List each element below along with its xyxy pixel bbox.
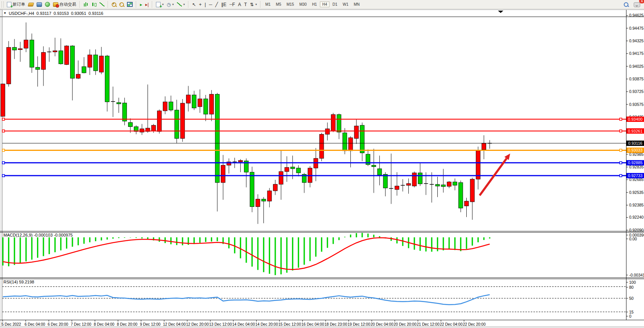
hline-handle-left[interactable] <box>2 130 5 132</box>
label-button[interactable]: T <box>243 1 248 8</box>
time-tick-label: 6 Dec 04:00 <box>25 322 45 326</box>
candle-down <box>93 55 98 71</box>
fibonacci-button[interactable]: ┄F <box>228 1 237 8</box>
rsi-axis-label: 50 <box>629 296 634 301</box>
time-tick-label: 12 Dec 04:00 <box>163 322 186 326</box>
candle-up <box>180 103 185 138</box>
candle-up <box>41 53 45 70</box>
hline-button[interactable]: ─ <box>207 1 214 8</box>
hline-handle-right[interactable] <box>620 149 622 151</box>
bar-chart-button[interactable] <box>82 1 90 8</box>
hline-handle-left[interactable] <box>2 174 5 177</box>
arrows-button[interactable]: ⇅▾ <box>249 1 259 8</box>
rsi-axis-label: 80 <box>629 285 634 290</box>
candle-down <box>215 94 219 182</box>
search-button[interactable] <box>622 1 630 8</box>
timeframe-m30-button[interactable]: M30 <box>297 2 309 7</box>
macd-label: MACD(12,26,9) -0.000103 -0.000975 <box>3 233 73 237</box>
time-tick-label: 8 Dec 20:00 <box>117 322 138 326</box>
line-chart-button[interactable] <box>98 1 106 8</box>
tile-windows-button[interactable] <box>125 1 134 8</box>
hline-handle-right[interactable] <box>620 174 622 177</box>
candle-down <box>82 67 86 73</box>
signals-icon <box>45 2 50 7</box>
time-tick-label: 16 Dec 04:00 <box>302 322 324 326</box>
candle-up <box>406 184 411 186</box>
hline-handle-left[interactable] <box>2 118 5 120</box>
market-watch-button[interactable] <box>35 1 43 8</box>
metaeditor-button[interactable] <box>27 1 35 8</box>
autotrading-button[interactable]: 自动交易 <box>51 1 78 8</box>
candle-down <box>169 102 173 110</box>
candle-down <box>372 165 376 167</box>
chart-shift-marker[interactable] <box>498 11 503 13</box>
channel-button[interactable]: ∥E <box>220 1 228 8</box>
crosshair-button[interactable]: + <box>198 1 203 8</box>
candle-up <box>285 167 289 171</box>
hline-handle-right[interactable] <box>620 162 622 164</box>
vline-button[interactable]: | <box>203 1 207 8</box>
cursor-button[interactable]: ↖ <box>191 1 198 8</box>
timeframe-h1-button[interactable]: H1 <box>310 2 319 7</box>
candle-down <box>105 56 109 102</box>
price-tick-label: 0.93575 <box>629 102 644 107</box>
time-tick-label: 14 Dec 20:00 <box>255 322 278 326</box>
hline-handle-right[interactable] <box>620 118 622 120</box>
candle-up <box>99 56 103 72</box>
zoom-out-icon: - <box>119 2 124 7</box>
candle-down <box>204 99 208 114</box>
timeframe-h4-button[interactable]: H4 <box>320 2 329 7</box>
chart-area: MACD(12,26,9) -0.000103 -0.000975RSI(14)… <box>0 9 644 328</box>
arrows-icon: ⇅ <box>250 2 254 7</box>
time-tick-label: 13 Dec 12:00 <box>209 322 232 326</box>
metaeditor-icon <box>28 3 34 6</box>
timeframe-mn-button[interactable]: MN <box>352 2 362 7</box>
time-tick-label: 6 Dec 20:00 <box>48 322 68 326</box>
toolbar-separator <box>136 1 137 8</box>
profiles-button[interactable]: ◷▾ <box>165 1 175 8</box>
hline-handle-right[interactable] <box>620 130 622 132</box>
toolbar-separator <box>260 1 261 8</box>
chart-shift-button[interactable]: ▸| <box>144 1 150 8</box>
timeframe-m15-button[interactable]: M15 <box>284 2 296 7</box>
trend-arrow[interactable] <box>480 154 510 195</box>
candle-up <box>395 186 399 189</box>
hline-icon: ─ <box>209 2 212 7</box>
candle-up <box>273 184 277 191</box>
timeframe-m1-button[interactable]: M1 <box>263 2 273 7</box>
new-order-button[interactable]: 新订单 <box>5 1 27 8</box>
community-button[interactable]: 1 <box>632 1 642 8</box>
hline-handle-left[interactable] <box>2 149 5 151</box>
time-tick-label: 18 Dec 23:00 <box>324 322 347 326</box>
label-icon: T <box>244 2 247 7</box>
text-button[interactable]: A <box>236 1 243 8</box>
time-tick-label: 22 Dec 20:00 <box>463 322 486 326</box>
zoom-in-button[interactable]: + <box>110 1 118 8</box>
candle-up <box>53 51 57 52</box>
main-toolbar: 新订单自动交易+-▸▸|▾◷▾▾↖+|─╱∥E┄FAT⇅▾M1M5M15M30H… <box>0 0 644 9</box>
candlestick-button[interactable] <box>90 1 98 8</box>
candle-down <box>459 182 463 208</box>
zoom-in-icon: + <box>112 2 116 7</box>
timeframe-w1-button[interactable]: W1 <box>340 2 351 7</box>
auto-scroll-button[interactable]: ▸ <box>138 1 144 8</box>
rsi-label: RSI(14) 59.2198 <box>3 280 34 284</box>
timeframe-m5-button[interactable]: M5 <box>274 2 284 7</box>
time-tick-label: 7 Dec 12:00 <box>71 322 92 326</box>
indicators-button[interactable]: ▾ <box>175 1 186 8</box>
candle-down <box>418 173 422 184</box>
cursor-icon: ↖ <box>192 2 196 7</box>
zoom-out-button[interactable]: - <box>118 1 125 8</box>
timeframe-d1-button[interactable]: D1 <box>330 2 340 7</box>
signals-button[interactable] <box>43 1 51 8</box>
time-tick-label: 21 Dec 12:00 <box>417 322 440 326</box>
candle-up <box>464 201 469 206</box>
new-chart-icon <box>156 2 161 7</box>
trendline-button[interactable]: ╱ <box>214 1 219 8</box>
hline-handle-left[interactable] <box>2 162 5 164</box>
dropdown-caret-icon: ▾ <box>183 3 185 6</box>
candle-up <box>476 151 480 179</box>
new-chart-button[interactable]: ▾ <box>154 1 165 8</box>
price-tick-label: 0.94475 <box>629 26 644 30</box>
profiles-icon: ◷ <box>167 2 170 7</box>
